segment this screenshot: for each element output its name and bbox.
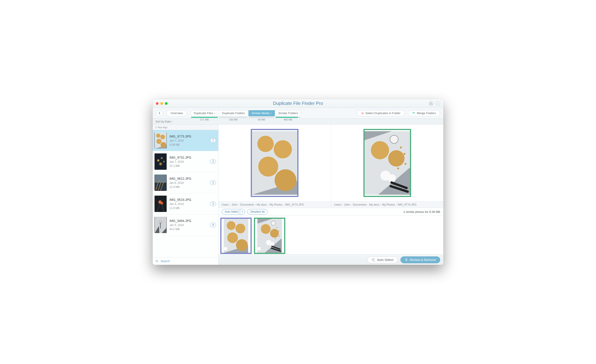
file-date: Jan 5, 2019 [170,224,207,227]
segment-similar-folders[interactable]: Similar Folders [275,110,301,116]
strip-thumb-2-checkbox[interactable] [257,247,261,251]
preview-pane-right: Users›John›Documents›My docs›My Photos›I… [331,124,444,208]
search-row[interactable]: Search [153,257,218,265]
sidebar-item-4[interactable]: IMG_9464.JPGJan 5, 201944.2 MB9 [153,214,218,236]
file-name: IMG_9464.JPG [170,219,207,223]
sidebar-list: IMG_9773.JPGJan 7, 20199.38 MB2IMG_9731.… [153,130,218,257]
duplicate-count-badge: 3 [210,180,216,185]
sidebar: 1 Year Ago IMG_9773.JPGJan 7, 20199.38 M… [153,124,218,265]
segment-size-2: 96 MB [248,117,275,121]
segment-duplicate-files[interactable]: Duplicate Files▾ [191,110,219,116]
segment-duplicate-folders[interactable]: Duplicate Folders [219,110,248,116]
file-name: IMG_9612.JPG [170,177,207,180]
file-size: 12.4 MB [170,185,207,189]
file-size: 9.38 MB [170,143,207,146]
sidebar-thumb [155,175,167,191]
thumbnail-strip [218,216,443,255]
preview-pane-left: Users›John›Documents›My docs›My Photos›I… [218,124,331,208]
strip-thumb-1-checkbox[interactable] [224,247,227,251]
crumb[interactable]: Users [222,203,229,206]
crumb[interactable]: Documents [240,203,254,206]
file-date: Jan 6, 2019 [170,181,207,184]
merge-folders-button[interactable]: Merge Folders [408,110,440,116]
crumb[interactable]: Users [334,203,341,206]
svg-point-35 [362,113,363,114]
sidebar-section-header: 1 Year Ago [153,124,218,130]
file-name: IMG_9519.JPG [170,198,207,202]
file-date: Jan 7, 2019 [170,160,207,163]
search-icon [155,260,158,262]
chevron-down-icon: ▾ [214,112,215,114]
sidebar-item-1[interactable]: IMG_9731.JPGJan 7, 201912.1 MB3 [153,151,218,172]
sidebar-item-0[interactable]: IMG_9773.JPGJan 7, 20199.38 MB2 [153,130,218,151]
info-icon[interactable]: i [436,101,440,106]
crumb[interactable]: IMG_9774.JPG [398,203,417,206]
strip-thumb-2[interactable] [254,218,285,254]
sidebar-thumb [155,153,167,170]
auto-select-footer-button[interactable]: Auto Select [367,256,398,263]
review-remove-button[interactable]: Review & Remove [401,256,440,263]
sidebar-item-3[interactable]: IMG_9519.JPGJan 5, 201911.5 MB3 [153,193,218,214]
file-size: 11.5 MB [170,206,207,210]
select-duplicates-label: Select Duplicates in Folder [365,111,401,115]
file-size: 44.2 MB [170,228,207,231]
breadcrumb-right[interactable]: Users›John›Documents›My docs›My Photos›I… [331,201,444,208]
sidebar-thumb [155,196,167,212]
segment-size-1: 186 MB [218,117,248,121]
duplicate-count-badge: 2 [210,138,216,143]
category-segment: Duplicate Files▾Duplicate FoldersSimilar… [190,110,301,116]
window-title: Duplicate File Finder Pro [153,101,443,106]
auto-select-detail-button[interactable]: Auto Select ▾ [222,209,245,214]
back-button[interactable] [156,110,163,116]
preview-image-right[interactable] [363,129,411,197]
rss-icon[interactable] [429,101,433,106]
chevron-down-icon: ▾ [270,112,272,114]
breadcrumb-left[interactable]: Users›John›Documents›My docs›My Photos›I… [218,201,331,208]
wand-icon [372,258,375,262]
sidebar-thumb [155,217,167,233]
segment-size-0: 571 MB [190,117,218,121]
merge-icon [412,111,415,115]
crumb[interactable]: John [344,203,350,206]
auto-select-dropdown[interactable]: ▾ [240,209,245,214]
auto-select-footer-label: Auto Select [377,258,393,262]
file-date: Jan 7, 2019 [170,139,207,142]
merge-folders-label: Merge Folders [417,111,436,115]
crumb[interactable]: My docs [257,203,267,206]
crumb[interactable]: John [231,203,237,206]
overview-button[interactable]: Overview [166,110,187,116]
similar-summary-label: 2 similar photos for 9.38 MB [403,210,440,214]
crumb[interactable]: My docs [369,203,380,206]
sort-label: Sort by Date [155,120,171,123]
segment-similar-media[interactable]: Similar Media▾ [248,110,275,116]
trash-icon [405,258,408,262]
preview-row: Users›John›Documents›My docs›My Photos›I… [218,124,443,208]
file-size: 12.1 MB [170,164,207,167]
sidebar-item-2[interactable]: IMG_9612.JPGJan 6, 201912.4 MB3 [153,172,218,193]
toolbar: Overview Duplicate Files▾Duplicate Folde… [153,108,443,119]
preview-image-left[interactable] [251,129,298,197]
detail-action-bar: Auto Select ▾ Deselect All 2 similar pho… [218,208,443,216]
deselect-all-button[interactable]: Deselect All [247,209,268,214]
footer-bar: Auto Select Review & Remove [218,255,443,265]
main-panel: Users›John›Documents›My docs›My Photos›I… [218,124,443,265]
segment-size-3: 406 MB [275,117,301,121]
title-bar: Duplicate File Finder Pro i [153,99,443,108]
file-name: IMG_9731.JPG [170,156,207,159]
app-window: Duplicate File Finder Pro i Overview Dup… [153,99,443,265]
review-remove-label: Review & Remove [410,258,436,262]
select-duplicates-in-folder-button[interactable]: Select Duplicates in Folder [357,110,405,116]
duplicate-count-badge: 9 [210,223,216,227]
duplicate-count-badge: 3 [210,202,216,206]
chevron-down-icon: ▾ [171,121,172,123]
file-name: IMG_9773.JPG [170,135,207,138]
crumb[interactable]: Documents [353,203,367,206]
crumb[interactable]: My Photos [382,203,395,206]
crumb[interactable]: My Photos [270,203,283,206]
crumb[interactable]: IMG_9773.JPG [285,203,304,206]
duplicate-count-badge: 3 [210,159,216,164]
svg-point-36 [156,260,157,262]
svg-line-37 [157,262,158,262]
strip-thumb-1[interactable] [220,218,252,254]
sidebar-thumb [155,132,167,149]
